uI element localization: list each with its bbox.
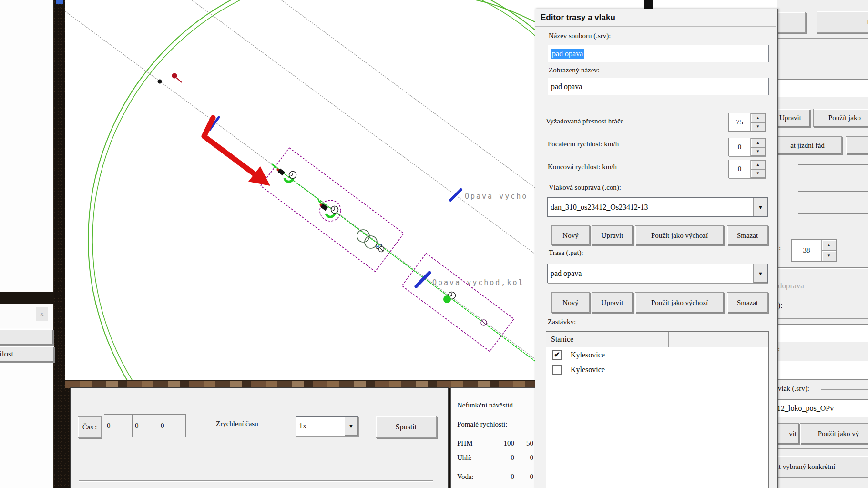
display-name-input[interactable]: pad opava <box>548 78 769 95</box>
spin-down-icon[interactable]: ▼ <box>751 122 765 132</box>
left-partial-bar[interactable] <box>0 329 53 345</box>
partial-label-text: ílost <box>0 349 13 359</box>
consist-dropdown[interactable]: dan_310_os23412_Os23412-13 ▼ <box>547 197 768 217</box>
spin-down-icon[interactable]: ▼ <box>822 251 836 262</box>
consist-label: Vlaková souprava (.con): <box>549 183 621 192</box>
train-mark-1[interactable] <box>277 168 286 175</box>
stop-name: Kylesovice <box>571 366 605 374</box>
signals-line2: Pomalé rychlosti: <box>457 420 507 428</box>
route-default-label: Použít jako výchozí <box>651 299 708 307</box>
spin-down-icon[interactable]: ▼ <box>751 147 765 156</box>
route-new-button[interactable]: Nový <box>551 292 590 313</box>
red-annotation-arrow <box>204 118 270 186</box>
bg-field-3[interactable] <box>777 361 868 380</box>
route-delete-button[interactable]: Smazat <box>727 292 768 313</box>
accuracy-spinner[interactable]: 75 ▲ ▼ <box>728 113 766 132</box>
selected-text: pad opava <box>551 49 584 59</box>
route-edit-button[interactable]: Upravit <box>592 292 633 313</box>
bg-button-pouzit-jako-label: Použít jako <box>828 114 861 122</box>
stop-checkbox-checked[interactable]: ✔ <box>552 350 562 360</box>
stops-label: Zastávky: <box>548 318 576 326</box>
left-window-fragment <box>0 0 54 488</box>
close-button[interactable]: x <box>36 307 48 321</box>
spustit-button[interactable]: Spustit <box>376 416 437 438</box>
bg-line-b <box>798 191 868 192</box>
stops-row-1[interactable]: ✔ Kylesovice <box>546 347 768 362</box>
start-speed-spinner[interactable]: 0 ▲ ▼ <box>728 138 766 156</box>
consist-value: dan_310_os23412_Os23412-13 <box>548 198 753 216</box>
bg-loko-dropdown[interactable]: 12_loko_pos_OPv <box>777 399 868 417</box>
bg-button-pouzit-vychozi[interactable]: Použít jako vý <box>800 423 868 444</box>
bg-field-1[interactable] <box>777 79 868 97</box>
bg-spinner-38-value: 38 <box>792 240 821 261</box>
spin-up-icon[interactable]: ▲ <box>822 240 836 251</box>
route-delete-label: Smazat <box>737 299 758 307</box>
dropdown-arrow-icon[interactable]: ▼ <box>753 264 767 283</box>
panel-separator <box>79 480 433 482</box>
station-zone-2[interactable] <box>402 253 514 351</box>
scrollbar-icon[interactable] <box>56 0 63 4</box>
phm-col2: 50 <box>514 439 533 447</box>
clock-icon-1 <box>289 172 296 179</box>
bg-button-upravit-label: Upravit <box>779 114 801 122</box>
bg-separator-2 <box>777 318 868 319</box>
start-speed-unit: km/h <box>604 140 619 148</box>
consist-default-button[interactable]: Použít jako výchozí <box>635 225 724 245</box>
time-hours-value: 0 <box>107 422 111 430</box>
stop-name: Kylesovice <box>571 351 605 359</box>
end-speed-spinner[interactable]: 0 ▲ ▼ <box>728 160 766 178</box>
consist-delete-button[interactable]: Smazat <box>727 225 768 245</box>
left-partial-bar-label[interactable]: ílost <box>0 346 54 362</box>
time-field-hours[interactable]: 0 <box>104 414 133 437</box>
bg-button-po[interactable]: Po <box>817 11 868 33</box>
station-label-1: Opava vycho <box>465 192 528 201</box>
cas-button-label: Čas : <box>82 423 97 431</box>
stops-row-2[interactable]: Kylesovice <box>546 362 768 377</box>
stops-column-extra[interactable] <box>669 332 768 347</box>
time-accel-label: Zrychlení času <box>216 420 258 428</box>
stops-column-stanice[interactable]: Stanice <box>546 332 669 347</box>
dropdown-arrow-icon[interactable]: ▼ <box>344 417 358 436</box>
consist-new-button[interactable]: Nový <box>551 225 590 245</box>
black-node-dot <box>158 80 162 84</box>
bg-button-jizdni-rad[interactable]: at jízdní řád <box>773 136 842 154</box>
bg-groupbox-line <box>821 389 868 390</box>
display-name-label: Zobrazený název: <box>549 66 600 74</box>
bg-field-2[interactable] <box>777 324 868 342</box>
bg-doprava-text: doprava <box>778 281 804 291</box>
uhli-label: Uhlí: <box>457 454 491 462</box>
time-field-seconds[interactable]: 0 <box>158 414 186 437</box>
red-node-tail <box>176 78 182 82</box>
bg-button-fragment-2[interactable] <box>846 136 868 154</box>
bg-separator-1 <box>777 38 868 39</box>
route-default-button[interactable]: Použít jako výchozí <box>635 292 724 313</box>
editor-dialog: Editor trasy a vlaku Název souboru (.srv… <box>535 9 778 488</box>
stops-table-header: Stanice <box>546 332 768 347</box>
bg-button-vybrany[interactable]: žit vybraný konkrétní <box>772 456 868 478</box>
route-dropdown[interactable]: pad opava ▼ <box>547 264 768 283</box>
station-label-2: Opava vychod,kol <box>432 278 524 287</box>
display-name-value: pad opava <box>551 82 582 91</box>
time-field-minutes[interactable]: 0 <box>132 414 158 437</box>
route-label: Trasa (.pat): <box>549 249 583 257</box>
consist-default-label: Použít jako výchozí <box>651 232 708 240</box>
dropdown-arrow-icon[interactable]: ▼ <box>753 198 767 216</box>
spin-down-icon[interactable]: ▼ <box>751 169 765 178</box>
consist-edit-button[interactable]: Upravit <box>592 225 633 245</box>
time-seconds-value: 0 <box>161 422 164 430</box>
text-caret <box>584 50 584 58</box>
bg-spinner-38[interactable]: 38 ▲ ▼ <box>791 239 837 262</box>
bg-button-jizdni-rad-label: at jízdní řád <box>790 142 825 150</box>
spin-up-icon[interactable]: ▲ <box>751 138 765 147</box>
spin-up-icon[interactable]: ▲ <box>751 160 765 169</box>
file-name-input[interactable]: pad opava <box>548 45 769 62</box>
bg-loko-value: 12_loko_pos_OPv <box>777 404 834 413</box>
end-speed-unit: km/h <box>602 163 617 171</box>
end-speed-value: 0 <box>729 160 750 178</box>
stops-table: Stanice ✔ Kylesovice Kylesovice <box>546 331 769 488</box>
spin-up-icon[interactable]: ▲ <box>751 113 765 122</box>
bg-button-pouzit-jako[interactable]: Použít jako <box>813 109 868 127</box>
cas-button[interactable]: Čas : <box>78 416 102 438</box>
stop-checkbox-unchecked[interactable] <box>552 365 562 375</box>
time-accel-dropdown[interactable]: 1x ▼ <box>296 416 358 436</box>
